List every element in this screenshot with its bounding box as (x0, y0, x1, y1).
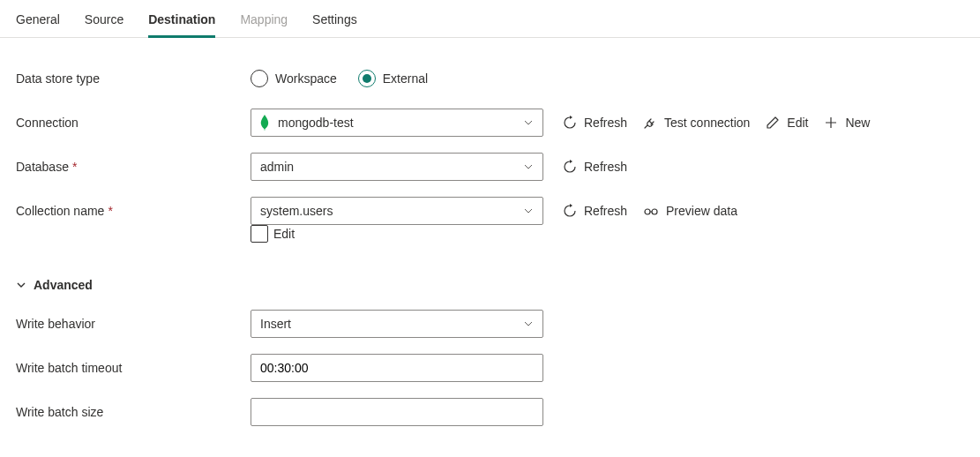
label-connection: Connection (16, 116, 251, 130)
svg-point-1 (652, 209, 657, 214)
row-connection: Connection mongodb-test Refresh Test con… (16, 109, 964, 137)
destination-form: Data store type Workspace External Conne… (0, 38, 980, 426)
test-connection-button[interactable]: Test connection (643, 116, 750, 130)
tab-bar: General Source Destination Mapping Setti… (0, 0, 980, 38)
label-text: Write batch size (16, 405, 103, 419)
label-text: Collection name (16, 204, 104, 218)
advanced-label: Advanced (34, 278, 93, 292)
radio-label: External (383, 71, 428, 86)
plug-icon (643, 116, 657, 130)
label-text: Connection (16, 116, 79, 130)
database-actions: Refresh (543, 160, 627, 174)
label-collection: Collection name * (16, 204, 251, 218)
chevron-down-icon (523, 161, 534, 172)
connection-select[interactable]: mongodb-test (251, 109, 543, 137)
collection-value: system.users (260, 204, 523, 218)
database-select[interactable]: admin (251, 153, 543, 181)
label-write-batch-size: Write batch size (16, 405, 251, 419)
row-write-behavior: Write behavior Insert (16, 310, 964, 338)
refresh-icon (563, 204, 577, 218)
tab-label: Settings (312, 12, 357, 26)
select-text: system.users (260, 204, 333, 218)
row-write-batch-timeout: Write batch timeout (16, 354, 964, 382)
radio-external[interactable]: External (358, 70, 428, 87)
data-store-type-radio-group: Workspace External (251, 70, 428, 87)
tab-label: Source (85, 12, 123, 26)
tab-source[interactable]: Source (85, 12, 123, 38)
edit-checkbox[interactable] (251, 225, 268, 243)
tab-general[interactable]: General (16, 12, 60, 38)
row-edit-checkbox: Edit (16, 232, 964, 262)
required-asterisk: * (108, 204, 112, 218)
label-text: Database (16, 160, 69, 174)
select-text: admin (260, 160, 294, 174)
connection-actions: Refresh Test connection Edit New (543, 116, 870, 130)
radio-workspace[interactable]: Workspace (251, 70, 337, 87)
tab-label: Destination (148, 12, 215, 26)
label-text: Write batch timeout (16, 361, 122, 375)
collection-select[interactable]: system.users (251, 197, 543, 225)
collection-actions: Refresh Preview data (543, 204, 737, 218)
mongodb-icon (260, 115, 269, 131)
refresh-button[interactable]: Refresh (563, 116, 627, 130)
connection-value: mongodb-test (260, 115, 523, 131)
action-label: New (845, 116, 870, 130)
write-batch-size-input-wrapper (251, 398, 543, 426)
action-label: Refresh (584, 116, 627, 130)
write-behavior-value: Insert (260, 317, 523, 331)
new-button[interactable]: New (824, 116, 870, 130)
write-batch-timeout-input[interactable] (260, 355, 534, 381)
pencil-icon (766, 116, 780, 130)
plus-icon (824, 116, 838, 130)
refresh-icon (563, 160, 577, 174)
chevron-down-icon (523, 318, 534, 329)
edit-checkbox-label: Edit (273, 227, 295, 241)
label-text: Write behavior (16, 317, 95, 331)
required-asterisk: * (72, 160, 77, 174)
chevron-down-icon (16, 280, 26, 290)
edit-checkbox-wrapper: Edit (251, 225, 295, 243)
tab-label: General (16, 12, 60, 26)
radio-circle-icon (251, 70, 268, 87)
database-value: admin (260, 160, 523, 174)
write-batch-size-input[interactable] (260, 399, 534, 425)
chevron-down-icon (523, 206, 534, 216)
label-write-behavior: Write behavior (16, 317, 251, 331)
glasses-icon (643, 204, 659, 218)
action-label: Preview data (666, 204, 737, 218)
refresh-icon (563, 116, 577, 130)
row-collection: Collection name * system.users Refresh P… (16, 197, 964, 225)
action-label: Refresh (584, 160, 627, 174)
refresh-button[interactable]: Refresh (563, 204, 627, 218)
tab-destination[interactable]: Destination (148, 12, 215, 38)
tab-settings[interactable]: Settings (312, 12, 357, 38)
radio-circle-icon (358, 70, 376, 87)
row-data-store-type: Data store type Workspace External (16, 64, 964, 93)
refresh-button[interactable]: Refresh (563, 160, 627, 174)
write-batch-timeout-input-wrapper (251, 354, 543, 382)
preview-data-button[interactable]: Preview data (643, 204, 737, 218)
edit-button[interactable]: Edit (766, 116, 808, 130)
row-write-batch-size: Write batch size (16, 398, 964, 426)
tab-mapping[interactable]: Mapping (240, 12, 288, 38)
row-database: Database * admin Refresh (16, 153, 964, 181)
label-write-batch-timeout: Write batch timeout (16, 361, 251, 375)
chevron-down-icon (523, 117, 534, 128)
tab-label: Mapping (240, 12, 288, 26)
advanced-toggle[interactable]: Advanced (16, 278, 964, 292)
svg-point-0 (645, 209, 650, 214)
action-label: Refresh (584, 204, 627, 218)
label-text: Data store type (16, 71, 100, 86)
action-label: Edit (787, 116, 808, 130)
control-data-store-type: Workspace External (251, 70, 543, 87)
write-behavior-select[interactable]: Insert (251, 310, 543, 338)
label-database: Database * (16, 160, 251, 174)
select-text: mongodb-test (278, 116, 354, 130)
select-text: Insert (260, 317, 291, 331)
label-data-store-type: Data store type (16, 71, 251, 86)
action-label: Test connection (664, 116, 750, 130)
radio-label: Workspace (275, 71, 337, 86)
